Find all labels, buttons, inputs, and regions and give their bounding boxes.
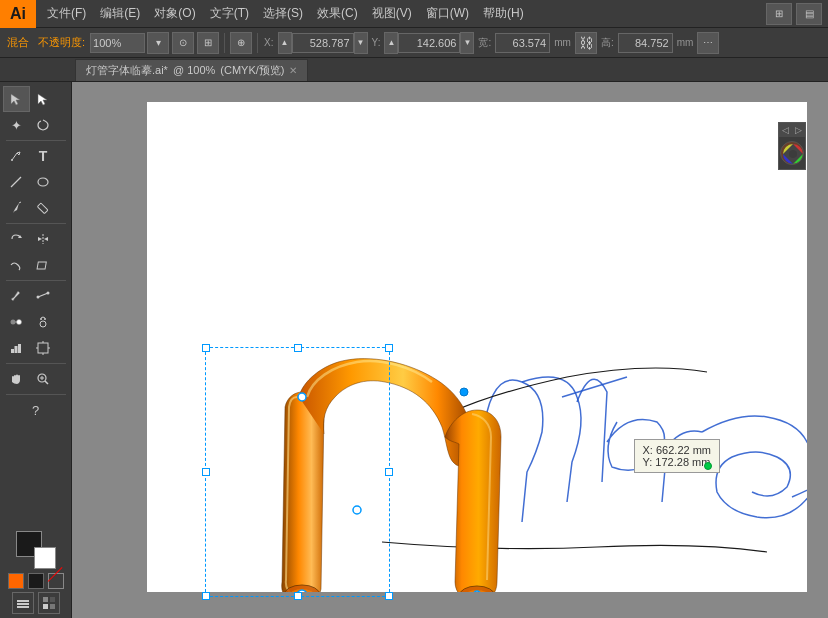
tab-close-button[interactable]: ✕	[289, 65, 297, 76]
menu-file[interactable]: 文件(F)	[40, 1, 93, 26]
svg-rect-19	[11, 349, 14, 353]
brush-tool[interactable]	[3, 195, 30, 221]
svg-point-11	[37, 296, 40, 299]
color-swatch-none[interactable]	[48, 573, 64, 589]
x-label: X:	[263, 37, 274, 48]
zoom-tool[interactable]	[30, 366, 57, 392]
magic-wand-tool[interactable]: ✦	[3, 112, 30, 138]
color-area	[3, 527, 69, 618]
w-unit: mm	[553, 37, 572, 48]
menu-bar: Ai 文件(F) 编辑(E) 对象(O) 文字(T) 选择(S) 效果(C) 视…	[0, 0, 828, 28]
svg-rect-32	[17, 603, 29, 605]
warp-tool[interactable]	[3, 252, 30, 278]
menu-help[interactable]: 帮助(H)	[476, 1, 531, 26]
h-label: 高:	[600, 36, 615, 50]
handle-bottom-right[interactable]	[385, 592, 393, 600]
workspace-icon[interactable]: ▤	[796, 3, 822, 25]
y-spin-up[interactable]: ▲	[384, 32, 398, 54]
control-toolbar: 混合 不透明度: ▾ ⊙ ⊞ ⊕ X: ▲ ▼ Y: ▲ ▼ 宽: mm ⛓ 高…	[0, 28, 828, 58]
svg-marker-0	[11, 94, 20, 105]
svg-rect-31	[17, 600, 29, 602]
color-swatch-black[interactable]	[28, 573, 44, 589]
float-panel-expand[interactable]: ◁	[782, 125, 789, 135]
handle-bottom-left[interactable]	[202, 592, 210, 600]
hand-tool[interactable]	[3, 366, 30, 392]
free-transform-tool[interactable]	[30, 252, 57, 278]
document-tab[interactable]: 灯管字体临摹.ai* @ 100% (CMYK/预览) ✕	[75, 59, 308, 81]
svg-point-17	[40, 318, 42, 320]
h-input[interactable]	[618, 33, 673, 53]
align-icon[interactable]: ⊞	[197, 32, 219, 54]
svg-rect-20	[15, 346, 18, 353]
app-logo: Ai	[0, 0, 36, 28]
symbol-spray-tool[interactable]	[30, 309, 57, 335]
arrange-icon[interactable]: ⊞	[766, 3, 792, 25]
canvas-background	[147, 102, 807, 592]
y-input[interactable]	[398, 33, 460, 53]
main-area: ✦ T	[0, 82, 828, 618]
stroke-swatch[interactable]	[34, 547, 56, 569]
tab-colormode: (CMYK/预览)	[220, 63, 284, 78]
color-wheel-icon[interactable]	[780, 141, 804, 165]
w-input[interactable]	[495, 33, 550, 53]
svg-rect-35	[50, 597, 55, 602]
menu-items: 文件(F) 编辑(E) 对象(O) 文字(T) 选择(S) 效果(C) 视图(V…	[36, 1, 535, 26]
svg-point-48	[789, 150, 797, 158]
opacity-input[interactable]	[90, 33, 145, 53]
x-input[interactable]	[292, 33, 354, 53]
menu-select[interactable]: 选择(S)	[256, 1, 310, 26]
pen-tool[interactable]	[3, 143, 30, 169]
menu-edit[interactable]: 编辑(E)	[93, 1, 147, 26]
menu-view[interactable]: 视图(V)	[365, 1, 419, 26]
selection-tool[interactable]	[3, 86, 30, 112]
svg-rect-34	[43, 597, 48, 602]
handle-bottom-center[interactable]	[294, 592, 302, 600]
lasso-tool[interactable]	[30, 112, 57, 138]
svg-point-13	[11, 320, 16, 325]
eyedropper-tool[interactable]	[3, 283, 30, 309]
svg-rect-9	[37, 262, 46, 269]
pencil-tool[interactable]	[30, 195, 57, 221]
layers-icon[interactable]	[12, 592, 34, 614]
canvas-area[interactable]: X: 662.22 mm Y: 172.28 mm ◁ ▷	[72, 82, 828, 618]
chain-icon[interactable]: ⛓	[575, 32, 597, 54]
menu-effect[interactable]: 效果(C)	[310, 1, 365, 26]
opacity-dropdown-icon[interactable]: ▾	[147, 32, 169, 54]
x-spin-up[interactable]: ▲	[278, 32, 292, 54]
measure-tool[interactable]	[30, 283, 57, 309]
w-label: 宽:	[477, 36, 492, 50]
swatches-icon[interactable]	[38, 592, 60, 614]
transform-icon[interactable]: ⊕	[230, 32, 252, 54]
blend-tool[interactable]	[3, 309, 30, 335]
x-spin-down[interactable]: ▼	[354, 32, 368, 54]
blend-mode-label: 混合	[4, 35, 32, 50]
artboard-tool[interactable]	[30, 335, 57, 361]
reflect-tool[interactable]	[30, 226, 57, 252]
style-icon[interactable]: ⊙	[172, 32, 194, 54]
more-options-icon[interactable]: ⋯	[697, 32, 719, 54]
line-tool[interactable]	[3, 169, 30, 195]
svg-line-28	[45, 381, 48, 384]
text-tool[interactable]: T	[30, 143, 57, 169]
rotate-tool[interactable]	[3, 226, 30, 252]
menu-window[interactable]: 窗口(W)	[419, 1, 476, 26]
color-swatch-orange[interactable]	[8, 573, 24, 589]
menu-object[interactable]: 对象(O)	[147, 1, 202, 26]
ellipse-tool[interactable]	[30, 169, 57, 195]
direct-selection-tool[interactable]	[30, 86, 57, 112]
svg-point-14	[17, 320, 22, 325]
svg-rect-21	[18, 344, 21, 353]
graph-tool[interactable]	[3, 335, 30, 361]
svg-line-3	[11, 177, 21, 187]
tab-bar: 灯管字体临摹.ai* @ 100% (CMYK/预览) ✕	[0, 58, 828, 82]
svg-point-12	[47, 292, 50, 295]
help-button[interactable]: ?	[22, 397, 49, 423]
menu-text[interactable]: 文字(T)	[203, 1, 256, 26]
tab-zoom: @ 100%	[173, 64, 215, 76]
float-panel-close[interactable]: ▷	[795, 125, 802, 135]
float-panel: ◁ ▷	[778, 122, 806, 170]
cursor-indicator	[704, 462, 712, 470]
y-spin-down[interactable]: ▼	[460, 32, 474, 54]
tab-filename: 灯管字体临摹.ai*	[86, 63, 168, 78]
left-toolbar: ✦ T	[0, 82, 72, 618]
